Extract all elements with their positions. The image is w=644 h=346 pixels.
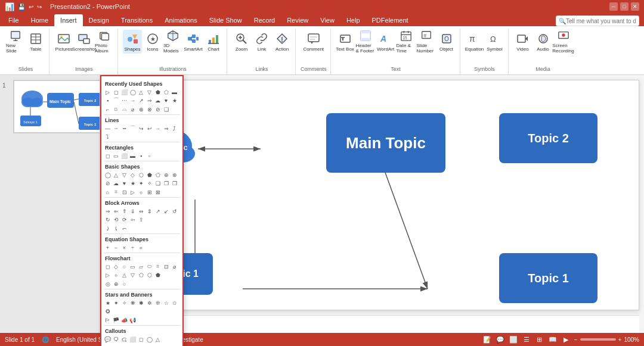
shape-item[interactable]: ▷ [104,271,112,279]
shape-item[interactable]: ❊ [154,299,162,307]
icons-button[interactable]: ★ Icons [143,30,162,54]
shape-item[interactable]: ⇐ [112,207,120,215]
shape-item[interactable]: ◇ [112,263,120,270]
shape-item[interactable]: ❑ [154,179,162,187]
shape-item[interactable]: + [104,244,112,251]
shape-item[interactable]: ⊘ [104,179,112,187]
close-button[interactable]: ✕ [631,2,639,11]
shape-item[interactable]: ⌑ [112,105,120,113]
shape-item[interactable]: ▷ [129,188,137,196]
shape-item[interactable]: ⬭ [145,263,153,270]
tab-design[interactable]: Design [83,14,115,26]
shape-item[interactable]: → [129,96,137,104]
shape-item[interactable]: ⊘ [154,105,162,113]
shape-item[interactable]: ✱ [137,299,145,307]
shape-item[interactable]: ✩ [171,299,178,307]
shape-item[interactable]: △ [137,88,145,96]
shape-item[interactable]: ⤴ [171,124,178,132]
shape-item[interactable]: ▭ [129,263,137,270]
shape-item[interactable]: ⋯ [120,96,128,104]
shape-item[interactable]: ⌗ [154,263,162,270]
table-button[interactable]: Table [26,30,45,54]
shape-item[interactable]: 🗨 [112,335,120,343]
new-slide-button[interactable]: New Slide [6,30,25,54]
quick-redo[interactable]: ↪ [37,4,42,10]
shape-item[interactable]: ◻ [104,263,112,270]
shape-item[interactable]: ⊕ [162,171,170,179]
audio-button[interactable]: Audio [534,30,553,54]
smartart-button[interactable]: SmartArt [184,30,203,54]
shape-item[interactable]: ❐ [171,179,178,187]
shape-item[interactable]: ❒ [162,179,170,187]
datetime-button[interactable]: 15 Date & Time [397,30,416,54]
shape-item[interactable]: ▷ [104,88,112,96]
shape-item[interactable]: ⌒ [129,124,137,132]
tab-file[interactable]: File [2,14,25,26]
topic1-shape[interactable]: Topic 1 [499,253,597,303]
shape-item[interactable]: ╍ [120,124,128,132]
shape-item[interactable]: ▬ [171,88,178,96]
shape-item[interactable]: ⊕ [137,105,145,113]
slide-thumbnail[interactable]: Main Topic Topic 2 Topic 1 Subtopic 1 [13,80,100,133]
shape-item[interactable]: △ [154,335,162,343]
shape-item[interactable]: ⇓ [129,207,137,215]
shape-item[interactable]: ⤹ [112,225,120,232]
shape-item[interactable]: ▭ [112,152,120,160]
notes-view-icon[interactable]: 📝 [482,335,492,344]
shape-item[interactable]: 🗯 [120,335,128,343]
outline-view-icon[interactable]: ☰ [522,335,531,344]
shape-item[interactable]: ◯ [145,335,153,343]
shape-item[interactable]: ⊡ [120,188,128,196]
symbol-button[interactable]: Ω Symbol [485,30,504,54]
shape-item[interactable]: ╌ [112,124,120,132]
tab-home[interactable]: Home [25,14,54,26]
tab-animations[interactable]: Animations [159,14,203,26]
shape-item[interactable]: ✦ [112,299,120,307]
shape-item[interactable]: ↙ [162,207,170,215]
shape-item[interactable]: ↻ [104,216,112,223]
shape-item[interactable]: — [104,124,112,132]
minimize-button[interactable]: ─ [609,2,618,11]
shape-item[interactable]: ⌐ [104,105,112,113]
shape-item[interactable]: ⬠ [154,171,162,179]
shape-item[interactable]: ✧ [120,299,128,307]
shape-item[interactable]: ⇔ [137,207,145,215]
shape-item[interactable]: ★ [104,299,112,307]
shape-item[interactable]: ✲ [145,299,153,307]
comments-icon[interactable]: 💬 [496,335,505,344]
shape-item[interactable]: ⌗ [112,188,120,196]
shape-item[interactable]: − [112,244,120,251]
zoom-slider[interactable] [580,338,616,341]
shape-item[interactable]: ✪ [104,307,112,315]
shape-item[interactable]: ☆ [162,299,170,307]
shapes-button[interactable]: Shapes [123,30,142,54]
shape-item[interactable]: ⬟ [154,271,162,279]
shape-item[interactable]: ⌓ [120,105,128,113]
shape-item[interactable]: △ [112,171,120,179]
tab-insert[interactable]: Insert [54,14,83,26]
shape-item[interactable]: ▽ [120,171,128,179]
tab-record[interactable]: Record [248,14,281,26]
shape-item[interactable]: ⌀ [129,105,137,113]
quick-undo[interactable]: ↩ [29,4,33,10]
tab-slideshow[interactable]: Slide Show [203,14,248,26]
shape-item[interactable]: ⟲ [112,216,120,223]
shape-item[interactable]: ▪ [104,96,112,104]
slide-number-button[interactable]: # Slide Number [417,30,436,54]
shape-item[interactable]: ⌂ [104,188,112,196]
shape-item[interactable]: ⌒ [112,96,120,104]
shape-item[interactable]: ⟐ [112,271,120,279]
shape-item[interactable]: ⟐ [137,188,145,196]
slideshow-icon[interactable]: ▶ [561,335,571,344]
shape-item[interactable]: ▽ [129,271,137,279]
shape-item[interactable]: ★ [171,96,178,104]
zoom-button[interactable]: Zoom [232,30,251,54]
shape-item[interactable]: ⬜ [120,152,128,160]
shape-item[interactable]: ⇑ [120,207,128,215]
search-input[interactable] [566,18,636,24]
slide-sorter-icon[interactable]: ⊞ [535,335,544,344]
equation-button[interactable]: π Equation [465,30,484,54]
shape-item[interactable]: ⬟ [145,171,153,179]
tab-view[interactable]: View [314,14,340,26]
textbox-button[interactable]: Text Box [336,30,355,54]
